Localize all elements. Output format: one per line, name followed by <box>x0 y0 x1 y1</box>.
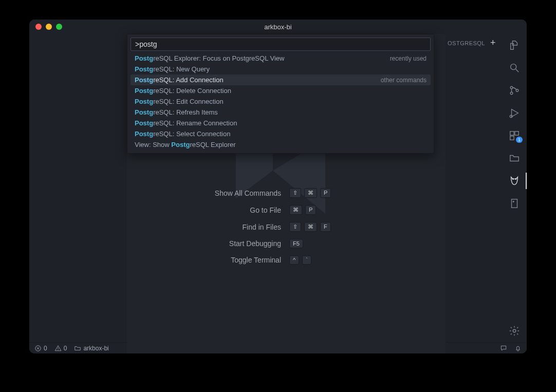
postgresql-icon[interactable] <box>508 175 521 187</box>
search-icon[interactable] <box>508 62 521 74</box>
key: ⌘ <box>289 205 302 215</box>
command-label: PostgreSQL: Select Connection <box>135 130 230 138</box>
command-palette-item[interactable]: PostgreSQL: Delete Connection <box>131 85 431 96</box>
key: ^ <box>289 255 299 265</box>
command-palette-item[interactable]: View: Show PostgreSQL Explorer <box>131 139 431 150</box>
sidebar-explorer <box>29 34 127 342</box>
shortcut-row: Toggle Terminal ^ ` <box>178 255 394 265</box>
key: ⇧ <box>289 222 301 232</box>
command-hint: other commands <box>381 77 427 84</box>
warnings-count: 0 <box>64 345 67 352</box>
svg-point-19 <box>58 349 58 350</box>
command-palette: PostgreSQL Explorer: Focus on PostgreSQL… <box>127 34 434 154</box>
shortcut-row: Find in Files ⇧ ⌘ F <box>178 222 394 232</box>
status-warnings[interactable]: 0 <box>54 345 67 352</box>
key: ⇧ <box>289 188 301 198</box>
welcome-shortcuts: Show All Commands ⇧ ⌘ P Go to File ⌘ P F <box>127 188 446 265</box>
command-hint: recently used <box>390 55 427 62</box>
shortcut-label: Toggle Terminal <box>178 256 281 264</box>
key: ⌘ <box>304 188 317 198</box>
command-label: PostgreSQL: New Query <box>135 65 210 73</box>
shortcut-label: Go to File <box>178 206 281 214</box>
errors-count: 0 <box>44 345 47 352</box>
window-close-button[interactable] <box>35 24 42 30</box>
extensions-badge: 1 <box>516 137 523 143</box>
svg-point-14 <box>513 329 516 332</box>
svg-rect-7 <box>510 132 514 135</box>
command-label: PostgreSQL: Delete Connection <box>135 87 231 95</box>
svg-marker-5 <box>512 109 518 117</box>
extensions-icon[interactable]: 1 <box>508 129 521 142</box>
command-palette-item[interactable]: PostgreSQL: Add Connectionother commands <box>131 74 431 85</box>
command-palette-item[interactable]: PostgreSQL: Rename Connection <box>131 118 431 128</box>
svg-point-0 <box>511 64 516 70</box>
command-palette-item[interactable]: PostgreSQL: Edit Connection <box>131 96 431 107</box>
bookmark-icon[interactable] <box>508 197 521 210</box>
add-connection-icon[interactable]: + <box>490 38 496 48</box>
window-title: arkbox-bi <box>29 23 527 31</box>
command-label: PostgreSQL: Refresh Items <box>135 108 218 116</box>
key: F <box>320 222 331 232</box>
key: P <box>320 188 331 198</box>
command-label: PostgreSQL: Edit Connection <box>135 98 224 105</box>
svg-rect-8 <box>515 132 518 135</box>
key: ⌘ <box>304 222 317 232</box>
svg-rect-9 <box>510 136 514 140</box>
source-control-icon[interactable] <box>508 84 521 97</box>
command-label: View: Show PostgreSQL Explorer <box>135 141 236 148</box>
svg-rect-12 <box>512 199 517 208</box>
command-label: PostgreSQL: Add Connection <box>135 76 224 84</box>
gear-icon[interactable] <box>508 325 521 337</box>
svg-line-1 <box>516 69 519 72</box>
svg-point-4 <box>516 89 518 92</box>
command-palette-item[interactable]: PostgreSQL: New Query <box>131 64 431 74</box>
command-palette-item[interactable]: PostgreSQL: Select Connection <box>131 128 431 139</box>
window-minimize-button[interactable] <box>46 24 52 30</box>
command-palette-item[interactable]: PostgreSQL: Refresh Items <box>131 107 431 118</box>
command-palette-item[interactable]: PostgreSQL Explorer: Focus on PostgreSQL… <box>131 53 431 64</box>
shortcut-row: Go to File ⌘ P <box>178 205 394 215</box>
panel-title-label: OSTGRESQL <box>448 40 485 46</box>
titlebar: arkbox-bi <box>29 20 527 34</box>
svg-point-2 <box>510 86 513 89</box>
command-label: PostgreSQL Explorer: Focus on PostgreSQL… <box>135 54 284 62</box>
folder-name: arkbox-bi <box>83 345 108 352</box>
files-icon[interactable] <box>508 39 521 51</box>
svg-point-6 <box>510 115 512 118</box>
panel-titlebar: OSTGRESQL + <box>448 34 502 52</box>
activity-bar: 1 <box>502 34 527 342</box>
shortcut-label: Find in Files <box>178 223 281 231</box>
command-label: PostgreSQL: Rename Connection <box>135 119 237 127</box>
shortcut-label: Show All Commands <box>178 189 281 197</box>
shortcut-label: Start Debugging <box>178 239 281 248</box>
svg-point-3 <box>510 92 513 95</box>
status-folder[interactable]: arkbox-bi <box>74 345 108 352</box>
folder-icon[interactable] <box>508 152 521 164</box>
shortcut-row: Show All Commands ⇧ ⌘ P <box>178 188 394 198</box>
status-bell-icon[interactable] <box>514 345 522 352</box>
status-feedback-icon[interactable] <box>500 345 507 352</box>
editor-window: arkbox-bi OSTGRESQL + Show All Commands … <box>29 20 527 353</box>
shortcut-row: Start Debugging F5 <box>178 239 394 248</box>
window-zoom-button[interactable] <box>56 24 62 30</box>
key: F5 <box>289 239 303 248</box>
svg-point-13 <box>513 201 514 202</box>
command-palette-input[interactable] <box>135 40 426 48</box>
key: P <box>305 205 316 215</box>
status-errors[interactable]: 0 <box>34 345 47 352</box>
debug-icon[interactable] <box>508 107 521 119</box>
key: ` <box>302 255 311 265</box>
